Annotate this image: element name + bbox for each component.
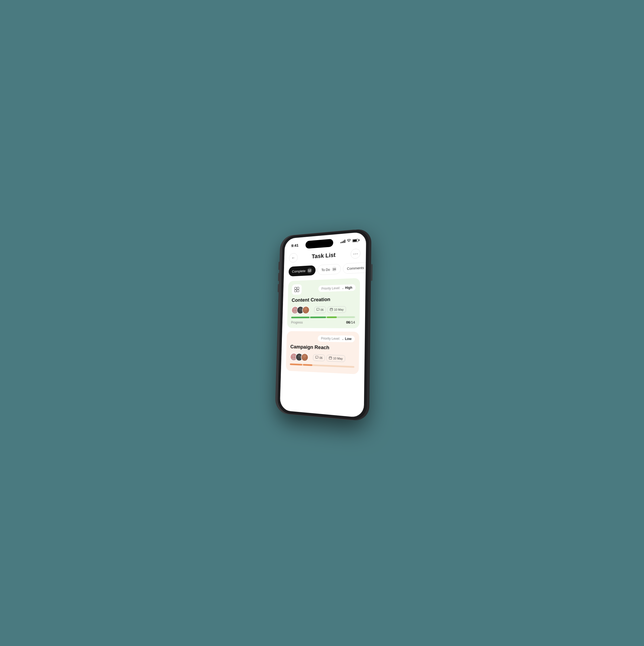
back-button[interactable]: ← bbox=[289, 253, 298, 262]
svg-point-5 bbox=[293, 311, 297, 314]
card-header-2: Priority Level: ⌄ Low bbox=[291, 335, 355, 342]
svg-point-13 bbox=[291, 358, 296, 361]
svg-rect-3 bbox=[297, 290, 299, 292]
task-title-1: Content Creation bbox=[292, 296, 356, 303]
signal-icon bbox=[340, 239, 345, 243]
card-meta-2: 06 bbox=[290, 353, 354, 363]
priority-badge-2[interactable]: Priority Level: ⌄ Low bbox=[318, 335, 355, 342]
more-icon: ⋯ bbox=[353, 250, 358, 256]
svg-rect-2 bbox=[295, 290, 297, 292]
tabs-container: Complete 12 To Do 16 Comments 12 bbox=[288, 262, 360, 277]
svg-point-7 bbox=[298, 311, 303, 314]
comment-icon-1 bbox=[316, 308, 320, 312]
svg-point-8 bbox=[305, 308, 307, 311]
svg-rect-11 bbox=[330, 308, 333, 311]
app-content: ← Task List ⋯ Complete 12 bbox=[281, 244, 366, 374]
tab-todo-badge: 16 bbox=[331, 266, 337, 272]
avatar-1-3 bbox=[302, 306, 310, 314]
progress-footer-1: Progress 06/14 bbox=[291, 320, 355, 324]
comments-count-1: 06 bbox=[320, 308, 324, 311]
comments-chip-1: 06 bbox=[314, 307, 326, 313]
priority-label-1: Priority Level: bbox=[321, 286, 340, 291]
more-button[interactable]: ⋯ bbox=[350, 248, 360, 259]
priority-value-2: Low bbox=[345, 337, 351, 341]
back-arrow-icon: ← bbox=[291, 256, 296, 260]
svg-point-16 bbox=[303, 355, 306, 358]
priority-value-1: High bbox=[345, 286, 352, 290]
svg-point-12 bbox=[293, 355, 295, 357]
comments-count-2: 06 bbox=[319, 356, 323, 359]
priority-badge-1[interactable]: Priority Level: ⌄ High bbox=[318, 284, 356, 292]
chevron-down-icon-2: ⌄ bbox=[342, 337, 344, 340]
svg-point-9 bbox=[304, 311, 308, 314]
svg-rect-10 bbox=[317, 308, 319, 310]
avatar-2-3 bbox=[301, 353, 309, 361]
calendar-icon-2 bbox=[329, 356, 332, 360]
svg-rect-18 bbox=[316, 356, 318, 358]
phone-screen: 9:41 bbox=[280, 232, 366, 418]
avatars-1 bbox=[291, 306, 310, 314]
priority-label-2: Priority Level: bbox=[321, 337, 340, 341]
svg-rect-0 bbox=[295, 287, 297, 290]
avatars-2 bbox=[290, 353, 309, 361]
page-title: Task List bbox=[312, 251, 336, 260]
phone-outer: 9:41 bbox=[277, 229, 369, 421]
wifi-icon bbox=[347, 239, 351, 243]
task-icon-1 bbox=[292, 284, 302, 295]
date-chip-2: 10 May bbox=[326, 355, 345, 362]
svg-rect-19 bbox=[329, 357, 332, 359]
status-icons bbox=[340, 238, 358, 244]
meta-chips-2: 06 bbox=[313, 354, 345, 362]
phone-wrapper: 9:41 bbox=[277, 229, 369, 421]
task-card-campaign-reach: Priority Level: ⌄ Low Campaign Reach bbox=[286, 331, 359, 374]
tab-comments-badge: 12 bbox=[366, 264, 366, 270]
tab-complete[interactable]: Complete 12 bbox=[288, 265, 316, 277]
card-meta-1: 06 bbox=[291, 305, 355, 314]
svg-point-17 bbox=[302, 358, 307, 361]
svg-point-6 bbox=[299, 308, 302, 311]
svg-point-14 bbox=[298, 355, 300, 358]
progress-label-1: Progress bbox=[291, 321, 303, 324]
status-time: 9:41 bbox=[291, 243, 298, 248]
calendar-icon-1 bbox=[330, 308, 333, 312]
tab-comments-label: Comments bbox=[347, 265, 364, 271]
progress-bar-1 bbox=[291, 316, 355, 318]
comment-icon-2 bbox=[315, 356, 318, 359]
status-bar: 9:41 bbox=[285, 232, 366, 250]
battery-icon bbox=[352, 239, 358, 242]
svg-point-4 bbox=[294, 308, 296, 311]
chevron-down-icon-1: ⌄ bbox=[342, 287, 344, 290]
tab-complete-label: Complete bbox=[292, 269, 306, 274]
meta-chips-1: 06 bbox=[314, 306, 346, 313]
tab-todo[interactable]: To Do 16 bbox=[317, 264, 341, 275]
tab-complete-badge: 12 bbox=[307, 268, 312, 273]
tab-todo-label: To Do bbox=[321, 267, 330, 272]
date-value-1: 10 May bbox=[334, 308, 344, 311]
svg-rect-1 bbox=[297, 287, 299, 290]
date-value-2: 10 May bbox=[333, 356, 343, 360]
card-header-1: Priority Level: ⌄ High bbox=[292, 282, 356, 295]
header: ← Task List ⋯ bbox=[289, 246, 360, 263]
date-chip-1: 10 May bbox=[327, 306, 346, 313]
progress-count-1: 06/14 bbox=[346, 320, 355, 324]
scene: 9:41 bbox=[0, 0, 644, 646]
progress-bar-2 bbox=[290, 363, 354, 368]
task-title-2: Campaign Reach bbox=[290, 344, 355, 351]
task-card-content-creation: Priority Level: ⌄ High Content Creation bbox=[287, 278, 360, 328]
svg-point-15 bbox=[297, 358, 301, 361]
comments-chip-2: 06 bbox=[313, 354, 325, 361]
tab-comments[interactable]: Comments 12 bbox=[343, 262, 366, 274]
